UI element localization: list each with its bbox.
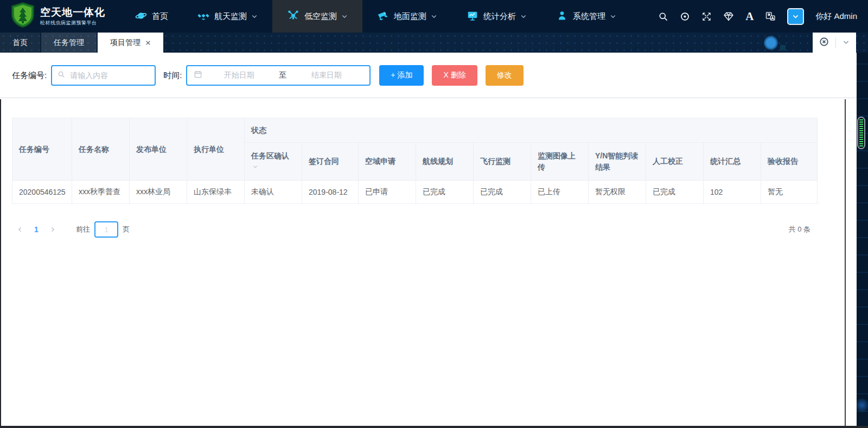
brand-title: 空天地一体化 — [40, 7, 105, 18]
top-navigation-bar: 空天地一体化 松材线虫病监测预警平台 首页 航天 — [0, 0, 868, 33]
time-label: 时间: — [163, 71, 182, 81]
task-no-input-box — [51, 65, 156, 86]
calendar-icon — [194, 70, 202, 81]
chevron-down-icon — [520, 13, 527, 20]
tab-controls — [813, 33, 856, 53]
search-icon[interactable] — [658, 11, 668, 22]
next-page-button[interactable] — [44, 226, 61, 233]
goto-label: 前往 — [76, 225, 90, 234]
cell-publisher: xxx林业局 — [130, 181, 187, 204]
total-count: 共 0 条 — [789, 225, 810, 234]
close-all-tabs-icon[interactable] — [819, 37, 829, 49]
th-executor: 执行单位 — [187, 118, 245, 181]
range-separator: 至 — [276, 71, 290, 80]
goto-page-input[interactable] — [94, 221, 118, 238]
user-greeting: 你好 Admin — [815, 11, 857, 22]
tab-label: 项目管理 — [110, 38, 141, 48]
cctv-camera-icon — [377, 10, 389, 23]
section-divider — [0, 98, 857, 98]
horizontal-scrollbar[interactable] — [0, 426, 868, 428]
page-number[interactable]: 1 — [28, 225, 44, 234]
th-task-no: 任务编号 — [12, 118, 72, 181]
nav-item-low-altitude-monitoring[interactable]: 低空监测 — [272, 0, 362, 33]
caret-down-icon[interactable] — [253, 164, 258, 169]
planet-icon — [135, 10, 147, 23]
glow-dot-decoration — [764, 36, 778, 50]
goto-page-group: 前往 页 — [76, 221, 130, 238]
person-icon — [556, 10, 568, 23]
fullscreen-icon[interactable] — [701, 11, 712, 22]
brand-text: 空天地一体化 松材线虫病监测预警平台 — [40, 7, 105, 25]
nav-item-label: 统计分析 — [483, 11, 516, 22]
project-table: 任务编号 任务名称 发布单位 执行单位 状态 任务区确认 签订合同 空域申请 航… — [12, 118, 818, 204]
task-no-label: 任务编号: — [12, 71, 47, 81]
monitor-chart-icon — [467, 10, 478, 23]
th-acceptance-report: 验收报告 — [761, 143, 818, 181]
cell-route-plan: 已完成 — [416, 181, 474, 204]
square-decoration — [780, 45, 786, 50]
date-range-picker[interactable]: 开始日期 至 结束日期 — [186, 65, 371, 86]
cell-ai-result: 暂无权限 — [589, 181, 646, 204]
cell-executor: 山东保绿丰 — [187, 181, 245, 204]
nav-item-label: 系统管理 — [573, 11, 605, 22]
avatar[interactable] — [787, 8, 804, 25]
nav-item-ground-monitoring[interactable]: 地面监测 — [362, 0, 452, 33]
cell-area-confirm: 未确认 — [245, 181, 302, 204]
th-airspace: 空域申请 — [359, 143, 416, 181]
nav-item-label: 地面监测 — [394, 11, 426, 22]
table-row[interactable]: 20200546125 xxx秋季普查 xxx林业局 山东保绿丰 未确认 201… — [12, 181, 818, 204]
right-background-strip — [857, 53, 868, 428]
nav-item-label: 首页 — [152, 11, 168, 22]
prev-page-button[interactable] — [12, 226, 28, 233]
th-area-confirm[interactable]: 任务区确认 — [245, 143, 302, 181]
edit-button[interactable]: 修改 — [486, 65, 524, 86]
filter-bar: 任务编号: 时间: 开始日期 至 结束日期 + 添加 X 删除 修改 — [0, 53, 857, 98]
close-icon[interactable] — [145, 39, 151, 47]
nav-item-statistics[interactable]: 统计分析 — [452, 0, 541, 33]
th-route-plan: 航线规划 — [416, 143, 474, 181]
translate-icon[interactable] — [765, 11, 776, 22]
font-size-icon[interactable]: A — [745, 11, 754, 22]
nav-item-home[interactable]: 首页 — [120, 0, 183, 33]
chevron-down-icon[interactable] — [843, 38, 850, 48]
divider — [835, 37, 836, 48]
target-icon[interactable] — [680, 11, 690, 22]
cell-airspace: 已申请 — [359, 181, 416, 204]
chevron-down-icon — [431, 13, 437, 20]
tab-bar: 首页 任务管理 项目管理 — [0, 33, 868, 53]
task-no-input[interactable] — [69, 71, 149, 80]
chevron-down-icon — [610, 13, 616, 20]
tab-project-management[interactable]: 项目管理 — [98, 33, 163, 53]
cell-image-upload: 已上传 — [531, 181, 589, 204]
th-ai-result: Y/N智能判读结果 — [589, 143, 646, 181]
brand-logo-block: 空天地一体化 松材线虫病监测预警平台 — [0, 2, 113, 30]
tab-home[interactable]: 首页 — [0, 33, 40, 53]
chevron-down-icon — [251, 13, 258, 20]
nav-item-label: 低空监测 — [304, 11, 337, 22]
gem-icon[interactable] — [723, 11, 734, 22]
satellite-icon — [197, 10, 209, 23]
start-date-placeholder[interactable]: 开始日期 — [202, 71, 276, 80]
delete-button[interactable]: X 删除 — [432, 65, 477, 86]
end-date-placeholder[interactable]: 结束日期 — [290, 71, 363, 80]
vertical-scrollbar[interactable] — [845, 99, 846, 426]
cell-stats-summary: 102 — [704, 181, 761, 204]
nav-item-system-management[interactable]: 系统管理 — [541, 0, 631, 33]
cell-acceptance-report: 暂无 — [761, 181, 818, 204]
add-button[interactable]: + 添加 — [379, 65, 424, 86]
th-status-group: 状态 — [245, 118, 818, 143]
th-contract: 签订合同 — [302, 143, 359, 181]
nav-item-label: 航天监测 — [214, 11, 247, 22]
header-right-tools: A 你好 Admin — [658, 8, 868, 25]
main-nav: 首页 航天监测 — [120, 0, 631, 33]
cell-task-no: 20200546125 — [12, 181, 72, 204]
shield-logo-icon — [11, 2, 35, 30]
brand-subtitle: 松材线虫病监测预警平台 — [40, 20, 105, 25]
pagination: 1 前往 页 共 0 条 — [12, 220, 817, 239]
chevron-down-icon — [341, 13, 348, 20]
battery-decoration — [857, 117, 865, 149]
drone-icon — [287, 9, 299, 23]
th-stats-summary: 统计汇总 — [704, 143, 761, 181]
tab-task-management[interactable]: 任务管理 — [41, 33, 97, 53]
nav-item-space-monitoring[interactable]: 航天监测 — [183, 0, 272, 33]
